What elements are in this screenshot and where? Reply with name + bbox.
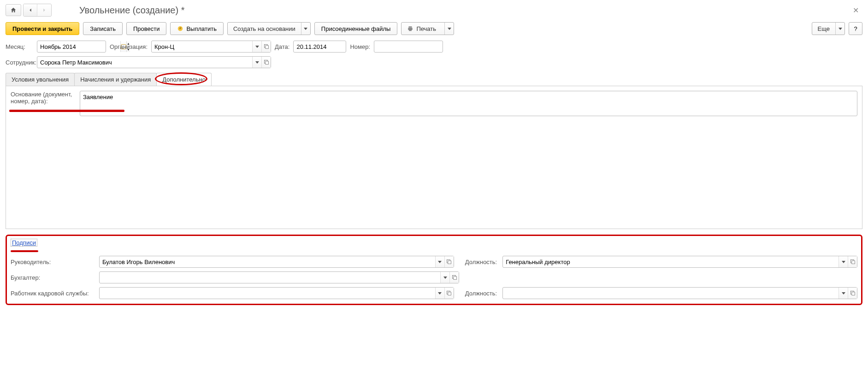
chevron-down-icon	[835, 23, 844, 35]
create-based-button[interactable]: Создать на основании	[227, 22, 311, 35]
annotation-underline	[9, 110, 124, 112]
org-input[interactable]	[152, 41, 252, 52]
basis-textarea[interactable]	[80, 91, 857, 116]
chevron-down-icon	[444, 23, 454, 35]
month-label: Месяц:	[6, 43, 33, 50]
pay-label: Выплатить	[186, 25, 217, 32]
accountant-field[interactable]	[99, 271, 459, 283]
annotation-underline	[11, 250, 38, 252]
accountant-input[interactable]	[100, 272, 440, 283]
date-field[interactable]	[293, 41, 346, 53]
post-button[interactable]: Провести	[126, 22, 167, 35]
pay-button[interactable]: ₽ Выплатить	[170, 22, 224, 35]
create-based-label: Создать на основании	[228, 23, 301, 35]
hr-input[interactable]	[100, 288, 435, 299]
tab-accruals[interactable]: Начисления и удержания	[74, 73, 157, 86]
manager-field[interactable]	[99, 256, 454, 268]
money-icon: ₽	[177, 25, 183, 32]
signatures-title[interactable]: Подписи	[11, 239, 37, 247]
more-button[interactable]: Еще	[812, 22, 845, 35]
page-title: Увольнение (создание) *	[79, 5, 184, 16]
post-and-close-button[interactable]: Провести и закрыть	[6, 22, 79, 35]
attached-files-button[interactable]: Присоединенные файлы	[314, 22, 398, 35]
date-label: Дата:	[275, 43, 289, 50]
home-button[interactable]	[6, 4, 21, 16]
manager-input[interactable]	[100, 256, 435, 267]
dropdown-icon[interactable]	[440, 272, 449, 283]
employee-input[interactable]	[37, 57, 252, 68]
position-label: Должность:	[465, 290, 497, 297]
dropdown-icon[interactable]	[252, 57, 261, 68]
basis-label-text: Основание (документ, номер, дата):	[11, 91, 72, 105]
home-icon	[10, 7, 17, 13]
tab-additional[interactable]: Дополнительно	[156, 73, 212, 86]
position-label: Должность:	[465, 259, 497, 265]
employee-field[interactable]	[37, 56, 271, 68]
open-icon[interactable]	[444, 256, 454, 267]
dropdown-icon[interactable]	[435, 288, 444, 299]
back-button[interactable]	[24, 4, 37, 16]
month-field[interactable]: ▲ ▼	[37, 41, 106, 53]
open-icon[interactable]	[444, 288, 454, 299]
manager-label: Руководитель:	[11, 259, 94, 265]
more-label: Еще	[812, 23, 835, 35]
open-icon[interactable]	[449, 272, 459, 283]
signatures-section: Подписи Руководитель: Должность: Бухгалт…	[6, 235, 862, 305]
dropdown-icon[interactable]	[838, 256, 848, 267]
org-field[interactable]	[151, 41, 271, 53]
hr-field[interactable]	[99, 287, 454, 299]
number-input[interactable]	[374, 41, 457, 52]
help-button[interactable]: ?	[849, 22, 862, 35]
org-label: Организация:	[110, 43, 148, 50]
dropdown-icon[interactable]	[252, 41, 261, 52]
hr-position-input[interactable]	[503, 288, 838, 299]
basis-label: Основание (документ, номер, дата):	[11, 91, 75, 106]
tab-additional-label: Дополнительно	[162, 76, 206, 83]
arrow-right-icon	[41, 7, 47, 13]
number-label: Номер:	[350, 43, 370, 50]
print-label: Печать	[416, 25, 436, 32]
tab-content-additional: Основание (документ, номер, дата):	[6, 86, 862, 229]
open-icon[interactable]	[848, 256, 857, 267]
tab-conditions[interactable]: Условия увольнения	[6, 73, 75, 86]
arrow-left-icon	[27, 7, 34, 13]
dropdown-icon[interactable]	[838, 288, 848, 299]
hr-label: Работник кадровой службы:	[11, 290, 94, 297]
employee-label: Сотрудник:	[6, 59, 33, 66]
hr-position-field[interactable]	[502, 287, 857, 299]
open-icon[interactable]	[261, 57, 271, 68]
save-button[interactable]: Записать	[83, 22, 123, 35]
print-button[interactable]: Печать	[401, 22, 454, 35]
printer-icon	[407, 25, 413, 32]
manager-position-input[interactable]	[503, 256, 838, 267]
month-input[interactable]	[37, 41, 120, 52]
open-icon[interactable]	[261, 41, 271, 52]
chevron-down-icon	[301, 23, 310, 35]
accountant-label: Бухгалтер:	[11, 274, 94, 281]
open-icon[interactable]	[848, 288, 857, 299]
number-field[interactable]	[374, 41, 443, 53]
dropdown-icon[interactable]	[435, 256, 444, 267]
forward-button[interactable]	[37, 4, 51, 16]
manager-position-field[interactable]	[502, 256, 857, 268]
close-button[interactable]: ✕	[849, 4, 862, 17]
